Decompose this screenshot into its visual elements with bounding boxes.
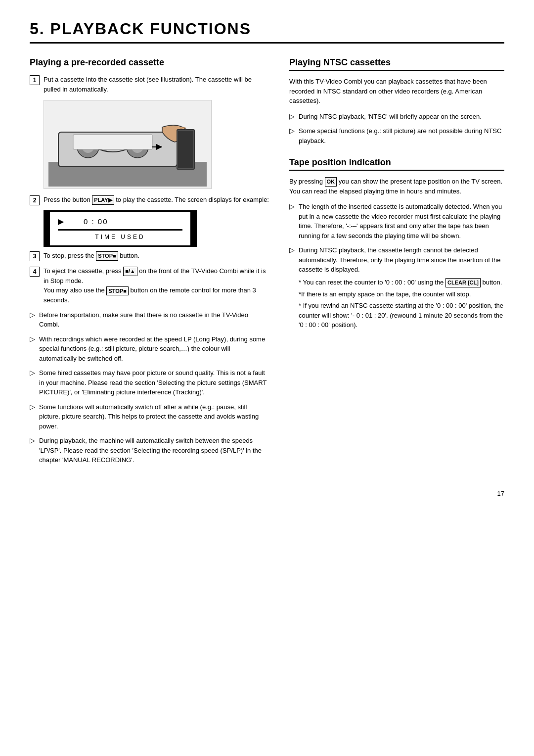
bullet-arrow-1: ▷ xyxy=(30,311,35,319)
tape-section: Tape position indication By pressing OK … xyxy=(289,157,504,330)
bullet-arrow-4: ▷ xyxy=(30,403,35,411)
left-bullet-4: ▷ Some functions will automatically swit… xyxy=(30,402,269,431)
svg-rect-6 xyxy=(73,135,152,149)
screen-display: ▶ 0 : 00 TIME USED xyxy=(44,210,197,247)
step-2-text: Press the button PLAY▶ to play the casse… xyxy=(44,195,269,205)
step-num-3: 3 xyxy=(30,251,40,261)
step-4-text: To eject the cassette, press ■/▲ on the … xyxy=(44,266,269,305)
left-column: Playing a pre-recorded cassette 1 Put a … xyxy=(30,57,269,470)
left-section-title: Playing a pre-recorded cassette xyxy=(30,57,269,68)
ntsc-intro: With this TV-Video Combi you can playbac… xyxy=(289,77,504,106)
cassette-svg xyxy=(48,102,207,187)
bullet-arrow-2: ▷ xyxy=(30,335,35,343)
step-num-1: 1 xyxy=(30,75,40,85)
step-2: 2 Press the button PLAY▶ to play the cas… xyxy=(30,195,269,205)
left-bullet-1-text: Before transportation, make sure that th… xyxy=(39,310,269,330)
page-title: 5. PLAYBACK FUNCTIONS xyxy=(30,20,504,44)
left-bullet-2: ▷ With recordings which were recorded at… xyxy=(30,334,269,364)
display-time: 0 : 00 xyxy=(84,217,108,226)
left-bullet-1: ▷ Before transportation, make sure that … xyxy=(30,310,269,330)
bullet-arrow-3: ▷ xyxy=(30,369,35,377)
tape-bullet-arrow-2: ▷ xyxy=(289,246,295,254)
tape-bullet-arrow-1: ▷ xyxy=(289,202,295,210)
ntsc-section: Playing NTSC cassettes With this TV-Vide… xyxy=(289,57,504,145)
right-column: Playing NTSC cassettes With this TV-Vide… xyxy=(289,57,504,335)
step-1: 1 Put a cassette into the cassette slot … xyxy=(30,75,269,94)
stop-button-label: STOP■ xyxy=(96,251,118,261)
tape-bullet-2: ▷ During NTSC playback, the cassette len… xyxy=(289,245,504,330)
step-3-text: To stop, press the STOP■ button. xyxy=(44,251,139,261)
tape-intro: By pressing OK you can show the present … xyxy=(289,177,504,196)
svg-rect-8 xyxy=(178,131,193,168)
tape-note-3: * If you rewind an NTSC cassette startin… xyxy=(299,301,504,330)
tape-section-title: Tape position indication xyxy=(289,157,504,171)
ntsc-bullet-2-text: Some special functions (e.g.: still pict… xyxy=(299,126,504,145)
ntsc-bullet-2: ▷ Some special functions (e.g.: still pi… xyxy=(289,126,504,145)
stop-remote-label: STOP■ xyxy=(106,286,128,296)
display-play-arrow: ▶ xyxy=(58,217,64,226)
ntsc-bullet-arrow-2: ▷ xyxy=(289,127,295,135)
ntsc-bullet-arrow-1: ▷ xyxy=(289,112,295,120)
left-bullet-5-text: During playback, the machine will automa… xyxy=(39,436,269,465)
ok-button-label: OK xyxy=(325,177,337,187)
bullet-arrow-5: ▷ xyxy=(30,436,35,444)
page-number: 17 xyxy=(30,490,504,497)
left-bullets: ▷ Before transportation, make sure that … xyxy=(30,310,269,465)
tape-bullet-1: ▷ The length of the inserted cassette is… xyxy=(289,202,504,240)
left-bullet-4-text: Some functions will automatically switch… xyxy=(39,402,269,431)
step-num-4: 4 xyxy=(30,267,40,277)
ntsc-bullet-1-text: During NTSC playback, 'NTSC' will briefl… xyxy=(299,112,482,122)
left-bullet-5: ▷ During playback, the machine will auto… xyxy=(30,436,269,465)
play-button-label: PLAY▶ xyxy=(92,195,114,205)
step-4: 4 To eject the cassette, press ■/▲ on th… xyxy=(30,266,269,305)
ntsc-bullet-1: ▷ During NTSC playback, 'NTSC' will brie… xyxy=(289,112,504,122)
step-num-2: 2 xyxy=(30,195,40,205)
display-label: TIME USED xyxy=(58,234,182,240)
tape-bullet-2-text: During NTSC playback, the cassette lengt… xyxy=(299,245,504,330)
step-3: 3 To stop, press the STOP■ button. xyxy=(30,251,269,261)
eject-button-label: ■/▲ xyxy=(123,267,137,276)
tape-note-2: *If there is an empty space on the tape,… xyxy=(299,289,504,299)
ntsc-section-title: Playing NTSC cassettes xyxy=(289,57,504,71)
tape-bullet-1-text: The length of the inserted cassette is a… xyxy=(299,202,504,240)
clear-button-label: CLEAR [CL] xyxy=(445,278,481,287)
step-1-text: Put a cassette into the cassette slot (s… xyxy=(44,75,269,94)
tape-note-1: * You can reset the counter to '0 : 00 :… xyxy=(299,278,504,287)
cassette-illustration xyxy=(44,100,212,189)
left-bullet-3-text: Some hired cassettes may have poor pictu… xyxy=(39,368,269,397)
left-bullet-2-text: With recordings which were recorded at t… xyxy=(39,334,269,364)
left-bullet-3: ▷ Some hired cassettes may have poor pic… xyxy=(30,368,269,397)
